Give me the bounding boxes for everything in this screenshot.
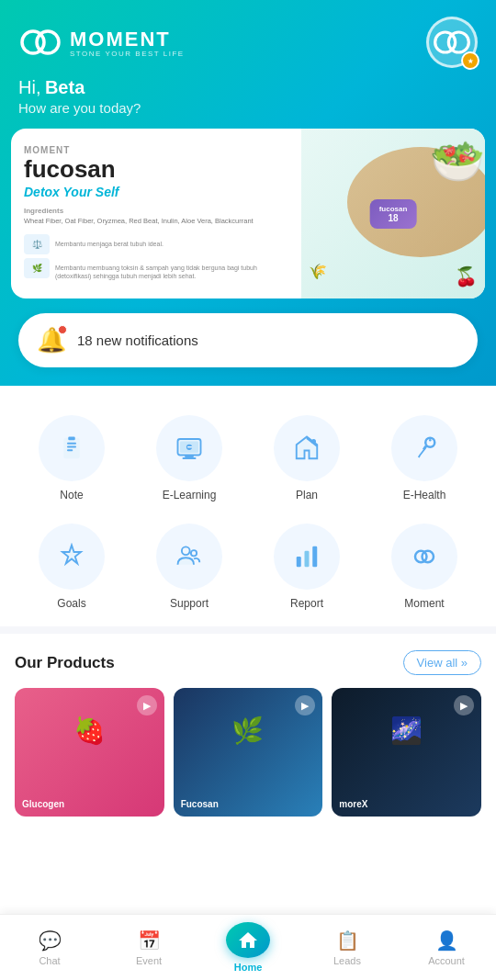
menu-item-elearning[interactable]: E-Learning [132, 408, 246, 509]
product-arrow-2: ▶ [295, 695, 315, 715]
banner-desc2: Membantu membuang toksin & sampah yang t… [55, 264, 288, 281]
menu-item-report[interactable]: Report [250, 516, 364, 617]
menu-label-plan: Plan [296, 489, 318, 501]
menu-label-elearning: E-Learning [163, 489, 217, 501]
notification-bar[interactable]: 🔔 18 new notifications [18, 313, 478, 367]
home-icon-wrap [226, 922, 270, 958]
menu-label-ehealth: E-Health [403, 489, 446, 501]
menu-section: NoteE-LearningPlanE-HealthGoalsSupportRe… [0, 386, 496, 626]
menu-icon-wrap-ehealth [391, 415, 457, 481]
products-grid: ▶ Glucogen 🍓 ▶ Fucosan 🌿 ▶ moreX 🌌 [15, 688, 481, 817]
salad-icon: 🥗 [430, 136, 485, 187]
menu-icon-wrap-moment [391, 524, 457, 590]
menu-icon-wrap-report [274, 524, 340, 590]
nav-item-chat[interactable]: 💬 Chat [0, 915, 99, 980]
logo-name: MOMENT [70, 28, 171, 51]
product-card-fucosan[interactable]: ▶ Fucosan 🌿 [174, 688, 323, 817]
products-title: Our Products [15, 654, 115, 672]
products-header: Our Products View all » [15, 650, 481, 675]
nav-item-account[interactable]: 👤 Account [397, 915, 496, 980]
notification-dot [58, 325, 67, 334]
logo-area: MOMENT STONE YOUR BEST LIFE [18, 20, 185, 64]
account-icon: 👤 [435, 929, 458, 952]
greeting-hi: Hi, [18, 77, 40, 97]
logo-text-area: MOMENT STONE YOUR BEST LIFE [70, 28, 185, 58]
product-label-1: Glucogen [22, 799, 64, 809]
svg-rect-10 [68, 437, 75, 441]
view-all-button[interactable]: View all » [403, 650, 481, 675]
greeting-subtitle: How are you today? [18, 100, 478, 116]
menu-item-plan[interactable]: Plan [250, 408, 364, 509]
banner-brand: MOMENT [24, 145, 288, 155]
nav-item-home[interactable]: Home [198, 915, 298, 980]
svg-text:★: ★ [468, 58, 474, 64]
menu-grid: NoteE-LearningPlanE-HealthGoalsSupportRe… [15, 408, 481, 617]
herbs-icon: 🌾 [309, 263, 327, 280]
svg-rect-8 [67, 446, 76, 448]
product-img-3: 🌌 [390, 715, 423, 746]
product-label-3: moreX [339, 799, 367, 809]
svg-point-1 [37, 31, 59, 53]
account-label: Account [428, 955, 465, 966]
product-img-2: 🌿 [231, 715, 264, 746]
logo-sub: STONE YOUR BEST LIFE [70, 50, 185, 58]
product-card-morex[interactable]: ▶ moreX 🌌 [332, 688, 481, 817]
notification-text: 18 new notifications [77, 332, 198, 348]
banner-tagline: Detox Your Self [24, 185, 288, 199]
greeting: Hi, Beta How are you today? [0, 77, 496, 129]
menu-item-goals[interactable]: Goals [15, 516, 129, 617]
banner-carousel: MOMENT fucosan Detox Your Self Ingredien… [0, 129, 496, 299]
leads-icon: 📋 [336, 929, 359, 952]
menu-item-note[interactable]: Note [15, 408, 129, 509]
product-img-1: 🍓 [73, 715, 106, 746]
svg-rect-14 [183, 457, 197, 459]
svg-rect-9 [67, 449, 73, 451]
banner-card[interactable]: MOMENT fucosan Detox Your Self Ingredien… [11, 129, 485, 299]
banner-icon1: ⚖️ [24, 234, 50, 254]
menu-icon-wrap-elearning [156, 415, 222, 481]
banner-desc2-row: 🌿 Membantu membuang toksin & sampah yang… [24, 258, 288, 281]
header-top: MOMENT STONE YOUR BEST LIFE ★ [0, 0, 496, 77]
svg-rect-13 [185, 456, 194, 458]
bell-wrap: 🔔 [37, 326, 66, 355]
bottom-nav: 💬 Chat 📅 Event Home 📋 Leads 👤 Account [0, 914, 496, 980]
svg-point-20 [191, 550, 197, 556]
svg-point-3 [448, 32, 468, 52]
menu-icon-wrap-plan [274, 415, 340, 481]
menu-label-goals: Goals [57, 597, 85, 610]
leads-label: Leads [333, 955, 361, 966]
menu-item-support[interactable]: Support [132, 516, 246, 617]
product-card-glucogen[interactable]: ▶ Glucogen 🍓 [15, 688, 164, 817]
banner-product: fucosan [24, 157, 288, 181]
menu-item-moment[interactable]: Moment [367, 516, 481, 617]
svg-rect-6 [63, 438, 80, 459]
home-label: Home [234, 962, 263, 973]
svg-rect-23 [312, 546, 317, 568]
menu-icon-wrap-support [156, 524, 222, 590]
nav-item-leads[interactable]: 📋 Leads [298, 915, 397, 980]
greeting-line1: Hi, Beta [18, 77, 478, 98]
svg-point-18 [429, 439, 432, 442]
event-icon: 📅 [138, 929, 161, 952]
svg-rect-7 [67, 443, 76, 445]
header: MOMENT STONE YOUR BEST LIFE ★ Hi, Beta [0, 0, 496, 386]
banner-ingredients: Wheat Fiber, Oat Fiber, Oryzmea, Red Bea… [24, 217, 288, 227]
nav-item-event[interactable]: 📅 Event [99, 915, 198, 980]
menu-label-support: Support [170, 597, 209, 610]
berry-icon: 🍒 [455, 265, 478, 287]
banner-ingredients-title: Ingredients [24, 207, 288, 215]
avatar-area[interactable]: ★ [426, 17, 478, 68]
menu-label-report: Report [290, 597, 323, 610]
menu-icon-wrap-note [39, 415, 105, 481]
banner-content: MOMENT fucosan Detox Your Self Ingredien… [11, 129, 301, 299]
svg-rect-22 [305, 551, 310, 568]
menu-item-ehealth[interactable]: E-Health [367, 408, 481, 509]
home-icon [237, 929, 259, 952]
menu-icon-wrap-goals [39, 524, 105, 590]
product-label-2: Fucosan [181, 799, 219, 809]
event-label: Event [136, 955, 162, 966]
menu-label-note: Note [60, 489, 83, 501]
chat-icon: 💬 [39, 929, 62, 952]
svg-rect-21 [297, 557, 301, 567]
banner-image: 🥗 fucosan18 🍒 🌾 [301, 129, 485, 299]
